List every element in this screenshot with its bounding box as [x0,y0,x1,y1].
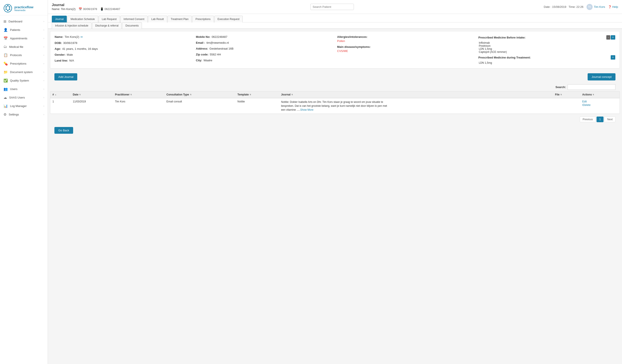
page-1-button[interactable]: 1 [597,117,604,122]
help-icon: ❓ [608,5,612,8]
row-num: 1 [50,98,71,114]
table-row: 1 11/03/2019 Tim Kors Email consult Noti… [50,98,620,114]
sidebar-label-saas-users: SAAS Users [9,96,25,99]
top-header: Journal Name: Tim Kors(2) 📅 30/06/1978 📱… [48,0,622,14]
sidebar-item-appointments[interactable]: 📅 Appointments › [0,34,48,43]
pagination: Previous 1 Next [50,114,620,125]
sidebar-item-log-manager[interactable]: 📊 Log Manager › [0,102,48,110]
document-system-icon: 📁 [3,70,8,74]
col-header-file[interactable]: File⇅ [553,91,580,98]
sidebar-item-saas-users[interactable]: ☁ SAAS Users › [0,93,48,102]
sidebar-item-protocols[interactable]: 📋 Protocols › [0,51,48,59]
tab-journal[interactable]: Journal [52,16,67,22]
sidebar-item-document-system[interactable]: 📁 Document system › [0,68,48,76]
tab-medication-schedule[interactable]: Medication Schedule [67,16,98,22]
add-journal-button[interactable]: Add Journal [54,73,77,80]
patient-name-header: Name: Tim Kors(2) [52,7,76,11]
sidebar-label-document-system: Document system [10,71,33,74]
prescribed-before-item: Captopril (ACE remmer) [478,51,615,54]
quality-system-icon: ✅ [3,78,8,83]
action-idelete-link[interactable]: IDelete [582,104,617,107]
nav-arrow-quality-system: › [43,79,44,82]
patient-info-section: Name: Tim Kors(2) ✏ DOB: 30/06/1978 Age:… [50,31,620,69]
sidebar-label-patients: Patients [10,28,20,32]
sidebar-item-quality-system[interactable]: ✅ Quality System › [0,76,48,85]
search-patient-input[interactable] [310,4,354,10]
col-header-journal[interactable]: Journal⇅ [279,91,553,98]
row-actions: EditIDelete [580,98,620,114]
tab-discharge-referral[interactable]: Discharge & referral [92,22,122,29]
content-area: JournalMedication ScheduleLab RequestInf… [48,14,622,364]
help-link[interactable]: ❓ Help [608,5,618,8]
patient-phone-header: 📱 0622248487 [100,7,120,11]
show-more-link[interactable]: Show More [300,108,313,111]
nav-arrow-log-manager: › [43,105,44,107]
journal-concept-button[interactable]: Journal concept [588,73,616,80]
tab-documents[interactable]: Documents [122,22,142,29]
medical-file-icon: 🗂 [3,45,7,49]
tab-execution-request[interactable]: Execution Request [214,16,243,22]
prescribed-before-plus-btn[interactable]: + [611,35,615,39]
nav-arrow-protocols: › [43,54,44,56]
nav-arrow-settings: › [43,113,44,116]
next-page-button[interactable]: Next [604,117,616,122]
prescribed-before-minus-btn[interactable]: - [606,35,610,39]
sidebar-label-medical-file: Medical file [9,45,23,49]
sidebar-item-patients[interactable]: 👤 Patients › [0,26,48,34]
col-header-practitioner[interactable]: Practitioner⇅ [113,91,164,98]
sidebar-label-dashboard: Dashboard [8,20,22,23]
patient-name-row: Name: Tim Kors(2) ✏ [55,35,192,39]
col-header-#[interactable]: #▲ [50,91,71,98]
user-info[interactable]: TK Tim Kors [586,4,605,10]
col-header-template[interactable]: Template⇅ [235,91,279,98]
nav-arrow-patients: › [43,29,44,31]
table-header-row: #▲Date⇅Practitioner⇅Consultation Type⇅Te… [50,91,620,98]
header-title: Journal [52,3,120,7]
tab-lab-request[interactable]: Lab Request [98,16,120,22]
sidebar-item-settings[interactable]: ⚙ Settings › [0,110,48,119]
saas-users-icon: ☁ [3,95,7,100]
prescribed-before-item: LDN 1,5mg [478,47,615,51]
patient-landline-row: Land line: N/A [55,59,192,62]
log-manager-icon: 📊 [3,104,8,108]
go-back-button[interactable]: Go Back [54,127,73,134]
prescriptions-icon: 💊 [3,62,8,66]
calendar-icon: 📅 [78,7,82,11]
col-header-consultation-type[interactable]: Consultation Type⇅ [164,91,235,98]
tab-prescriptions[interactable]: Prescriptions [192,16,214,22]
go-back-bar: Go Back [50,125,620,136]
prescribed-before-item: Prednison [478,44,615,47]
sidebar-item-users[interactable]: 👥 Users › [0,85,48,93]
sidebar-item-medical-file[interactable]: 🗂 Medical file › [0,43,48,51]
user-name: Tim Kors [594,5,605,8]
tab-treatment-plan[interactable]: Treatment Plan [168,16,192,22]
nav-arrow-prescriptions: › [43,62,44,65]
sidebar-item-prescriptions[interactable]: 💊 Prescriptions › [0,59,48,68]
settings-icon: ⚙ [3,112,6,117]
patients-icon: 👤 [3,28,8,32]
sidebar-label-users: Users [10,87,18,91]
previous-page-button[interactable]: Previous [580,117,596,122]
table-search-input[interactable] [568,84,616,90]
sidebar-label-protocols: Protocols [10,54,22,57]
sidebar-item-dashboard[interactable]: ⊞ Dashboard › [0,17,48,26]
nav-arrow-dashboard: › [43,20,44,23]
table-header: #▲Date⇅Practitioner⇅Consultation Type⇅Te… [50,91,620,98]
tab-infusion-injection[interactable]: Infusion & Injection schedule [52,22,92,29]
tab-lab-result[interactable]: Lab Result [148,16,167,22]
patient-age-row: Age: 41 years, 1 months, 16 days [55,47,192,51]
svg-line-11 [6,9,8,10]
patient-dob-header: 📅 30/06/1978 [78,7,97,11]
prescribed-during-plus-btn[interactable]: + [611,55,615,60]
tab-informed-consent[interactable]: Informed Consent [120,16,148,22]
prescribed-before-header: Prescribed Medicine Before intake: - + [478,35,615,39]
sidebar-label-quality-system: Quality System [10,79,29,82]
date-display: Date : 15/08/2019 Time: 22:26 [544,5,583,8]
action-edit-link[interactable]: Edit [582,100,617,103]
edit-patient-icon[interactable]: ✏ [80,35,83,39]
patient-mobile-row: Mobile No: 0622248487 [196,35,333,38]
col-header-date[interactable]: Date⇅ [71,91,113,98]
sidebar: practiceflow Newmedix ⊞ Dashboard › 👤 Pa… [0,0,48,364]
col-header-actions[interactable]: Actions⇅ [580,91,620,98]
users-icon: 👥 [3,87,8,91]
